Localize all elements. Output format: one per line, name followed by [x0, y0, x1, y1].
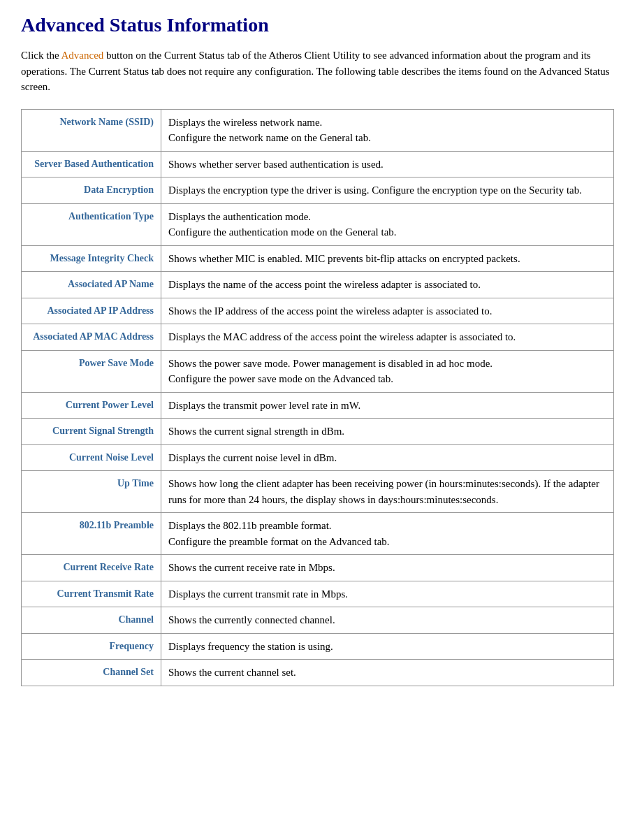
row-desc: Shows the current channel set.: [161, 660, 614, 686]
table-row: Power Save ModeShows the power save mode…: [22, 350, 614, 392]
table-row: Server Based AuthenticationShows whether…: [22, 151, 614, 178]
row-label: 802.11b Preamble: [22, 513, 161, 555]
table-row: Network Name (SSID)Displays the wireless…: [22, 109, 614, 151]
row-desc: Shows how long the client adapter has be…: [161, 471, 614, 513]
row-label: Channel Set: [22, 660, 161, 686]
table-row: Current Signal StrengthShows the current…: [22, 419, 614, 445]
row-label: Server Based Authentication: [22, 151, 161, 178]
row-desc: Displays the encryption type the driver …: [161, 178, 614, 204]
table-row: Current Power LevelDisplays the transmit…: [22, 392, 614, 419]
row-desc: Displays the transmit power level rate i…: [161, 392, 614, 419]
row-desc: Displays the current transmit rate in Mb…: [161, 581, 614, 607]
row-desc: Shows the IP address of the access point…: [161, 298, 614, 324]
row-label: Current Transmit Rate: [22, 581, 161, 607]
row-desc: Displays the current noise level in dBm.: [161, 444, 614, 471]
page-title: Advanced Status Information: [21, 14, 614, 36]
row-label: Current Receive Rate: [22, 555, 161, 581]
table-row: Current Noise LevelDisplays the current …: [22, 444, 614, 471]
intro-paragraph: Click the Advanced button on the Current…: [21, 48, 614, 95]
row-label: Message Integrity Check: [22, 245, 161, 272]
row-label: Frequency: [22, 633, 161, 660]
row-desc: Displays the name of the access point th…: [161, 272, 614, 298]
table-row: Current Transmit RateDisplays the curren…: [22, 581, 614, 607]
row-label: Current Noise Level: [22, 444, 161, 471]
row-label: Associated AP MAC Address: [22, 324, 161, 351]
row-label: Up Time: [22, 471, 161, 513]
row-desc: Displays the wireless network name.Confi…: [161, 109, 614, 151]
table-row: ChannelShows the currently connected cha…: [22, 607, 614, 634]
row-label: Network Name (SSID): [22, 109, 161, 151]
row-label: Current Signal Strength: [22, 419, 161, 445]
table-row: Up TimeShows how long the client adapter…: [22, 471, 614, 513]
table-row: Message Integrity CheckShows whether MIC…: [22, 245, 614, 272]
info-table: Network Name (SSID)Displays the wireless…: [21, 109, 614, 686]
table-row: Associated AP NameDisplays the name of t…: [22, 272, 614, 298]
table-row: FrequencyDisplays frequency the station …: [22, 633, 614, 660]
row-desc: Shows the current signal strength in dBm…: [161, 419, 614, 445]
table-row: Channel SetShows the current channel set…: [22, 660, 614, 686]
row-label: Channel: [22, 607, 161, 634]
row-label: Associated AP IP Address: [22, 298, 161, 324]
advanced-link: Advanced: [61, 50, 104, 61]
row-desc: Displays frequency the station is using.: [161, 633, 614, 660]
row-label: Power Save Mode: [22, 350, 161, 392]
row-desc: Shows whether MIC is enabled. MIC preven…: [161, 245, 614, 272]
table-row: 802.11b PreambleDisplays the 802.11b pre…: [22, 513, 614, 555]
row-desc: Shows whether server based authenticatio…: [161, 151, 614, 178]
row-desc: Displays the 802.11b preamble format.Con…: [161, 513, 614, 555]
row-desc: Shows the current receive rate in Mbps.: [161, 555, 614, 581]
table-row: Data EncryptionDisplays the encryption t…: [22, 178, 614, 204]
row-desc: Displays the MAC address of the access p…: [161, 324, 614, 351]
row-desc: Shows the currently connected channel.: [161, 607, 614, 634]
table-row: Authentication TypeDisplays the authenti…: [22, 203, 614, 245]
row-label: Data Encryption: [22, 178, 161, 204]
row-label: Authentication Type: [22, 203, 161, 245]
row-label: Current Power Level: [22, 392, 161, 419]
row-desc: Displays the authentication mode.Configu…: [161, 203, 614, 245]
row-desc: Shows the power save mode. Power managem…: [161, 350, 614, 392]
table-row: Associated AP MAC AddressDisplays the MA…: [22, 324, 614, 351]
row-label: Associated AP Name: [22, 272, 161, 298]
table-row: Associated AP IP AddressShows the IP add…: [22, 298, 614, 324]
table-row: Current Receive RateShows the current re…: [22, 555, 614, 581]
